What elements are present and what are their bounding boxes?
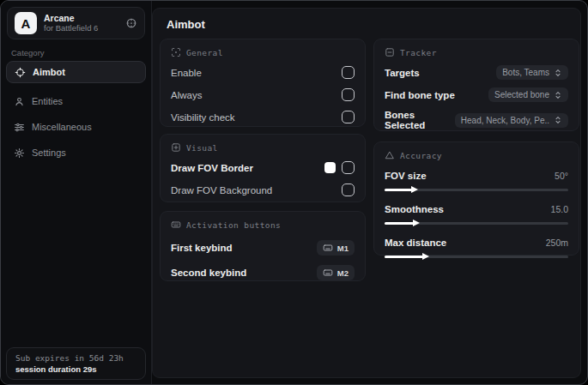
- tracker-card-header: Tracker: [385, 47, 568, 57]
- setting-label: Smoothness: [385, 204, 444, 214]
- setting-label: Second keybind: [171, 268, 246, 278]
- setting-label: Visibility check: [171, 112, 235, 123]
- visual-card-title: Visual: [186, 143, 218, 153]
- target-icon[interactable]: [125, 17, 137, 29]
- setting-row-bones-selected: Bones Selected Head, Neck, Body, Pe..: [385, 110, 568, 130]
- setting-row-targets: Targets Bots, Teams: [385, 65, 568, 80]
- max-distance-value: 250m: [546, 238, 568, 248]
- setting-row-enable: Enable: [171, 65, 355, 80]
- setting-label: Bones Selected: [385, 110, 455, 130]
- slider-thumb[interactable]: [413, 220, 420, 226]
- sidebar-item-label: Entities: [32, 96, 63, 106]
- setting-row-smoothness: Smoothness 15.0: [385, 202, 568, 216]
- setting-row-max-distance: Max distance 250m: [385, 235, 568, 250]
- logo-card: A Arcane for Battlefield 6: [7, 7, 145, 39]
- app-logo-letter: A: [21, 16, 31, 31]
- setting-label: Always: [171, 90, 202, 100]
- sidebar-item-entities[interactable]: Entities: [6, 90, 146, 112]
- category-label: Category: [11, 48, 45, 57]
- dropdown-value: Bots, Teams: [502, 68, 549, 77]
- sidebar-item-label: Miscellaneous: [32, 122, 92, 132]
- bones-selected-dropdown[interactable]: Head, Neck, Body, Pe..: [455, 113, 568, 128]
- triangle-icon: [385, 150, 395, 160]
- visibility-check-checkbox[interactable]: [342, 111, 355, 123]
- setting-row-visibility-check: Visibility check: [171, 110, 355, 124]
- keybind-value: M1: [337, 244, 349, 253]
- setting-label: Enable: [171, 68, 202, 78]
- square-minus-icon: [385, 47, 395, 57]
- setting-row-draw-fov-background: Draw FOV Background: [171, 183, 355, 197]
- fov-border-color-swatch[interactable]: [324, 162, 336, 173]
- activation-card-header: Activation buttons: [171, 220, 355, 230]
- crosshair-icon: [15, 67, 26, 78]
- keyboard-icon: [323, 243, 333, 253]
- sidebar-item-label: Settings: [32, 147, 66, 158]
- page-title: Aimbot: [167, 18, 205, 31]
- first-keybind-button[interactable]: M1: [317, 240, 355, 256]
- accuracy-card: Accuracy FOV size 50° Smoothness 15.0: [373, 141, 579, 256]
- app-identity: Arcane for Battlefield 6: [44, 13, 118, 33]
- always-checkbox[interactable]: [342, 88, 355, 101]
- sidebar-nav: Aimbot Entities Miscellaneous Settings: [6, 61, 146, 167]
- sidebar-item-settings[interactable]: Settings: [6, 141, 146, 164]
- tracker-card-title: Tracker: [400, 48, 437, 57]
- app-window: A Arcane for Battlefield 6 Category Aimb…: [0, 0, 588, 385]
- general-card: General Enable Always Visibility check: [160, 39, 366, 127]
- smoothness-slider[interactable]: [385, 219, 568, 227]
- unfold-icon: [554, 116, 562, 124]
- slider-fill: [385, 189, 412, 191]
- session-duration-text: session duration 29s: [15, 364, 136, 375]
- find-bone-type-dropdown[interactable]: Selected bone: [488, 87, 568, 102]
- keyboard-icon: [171, 220, 181, 230]
- slider-thumb[interactable]: [411, 186, 418, 193]
- keybind-value: M2: [337, 268, 349, 278]
- unfold-icon: [554, 69, 562, 77]
- person-icon: [14, 96, 25, 107]
- app-logo: A: [15, 12, 37, 34]
- dropdown-value: Head, Neck, Body, Pe..: [461, 116, 549, 125]
- slider-thumb[interactable]: [422, 253, 429, 260]
- setting-label: Targets: [385, 68, 420, 78]
- visual-card: Visual Draw FOV Border Draw FOV Backgrou…: [160, 134, 366, 202]
- gear-icon: [14, 147, 25, 159]
- setting-row-fov-size: FOV size 50°: [385, 168, 568, 183]
- setting-label: Draw FOV Background: [171, 185, 272, 196]
- setting-label: First keybind: [171, 243, 233, 253]
- sidebar-item-miscellaneous[interactable]: Miscellaneous: [6, 116, 146, 138]
- general-card-header: General: [171, 47, 355, 57]
- fov-size-slider[interactable]: [385, 185, 568, 194]
- accuracy-card-header: Accuracy: [385, 150, 568, 160]
- setting-label: Draw FOV Border: [171, 163, 253, 173]
- sidebar-item-aimbot[interactable]: Aimbot: [6, 61, 146, 83]
- visual-card-header: Visual: [171, 142, 355, 153]
- slider-fill: [385, 256, 423, 258]
- frame-plus-icon: [171, 142, 181, 153]
- draw-fov-border-checkbox[interactable]: [342, 161, 355, 174]
- main-panel: Aimbot General Enable Always Visibility …: [152, 8, 581, 378]
- sub-expiry-text: Sub expires in 56d 23h: [15, 352, 136, 364]
- setting-row-draw-fov-border: Draw FOV Border: [171, 160, 355, 175]
- setting-label: Find bone type: [385, 90, 455, 100]
- app-subtitle: for Battlefield 6: [44, 23, 118, 33]
- sliders-icon: [14, 122, 25, 133]
- app-title: Arcane: [44, 13, 118, 23]
- second-keybind-button[interactable]: M2: [317, 265, 355, 280]
- activation-card: Activation buttons First keybind M1 Seco…: [160, 211, 366, 281]
- accuracy-card-title: Accuracy: [400, 151, 442, 160]
- max-distance-slider[interactable]: [385, 252, 568, 261]
- setting-row-always: Always: [171, 87, 355, 102]
- general-card-title: General: [186, 48, 223, 57]
- tracker-card: Tracker Targets Bots, Teams Find bone ty…: [373, 39, 579, 131]
- subscription-card: Sub expires in 56d 23h session duration …: [6, 347, 146, 380]
- smoothness-value: 15.0: [551, 204, 568, 214]
- targets-dropdown[interactable]: Bots, Teams: [496, 65, 568, 80]
- scan-icon: [171, 47, 181, 57]
- fov-size-value: 50°: [555, 171, 568, 181]
- draw-fov-background-checkbox[interactable]: [342, 183, 355, 196]
- setting-row-find-bone-type: Find bone type Selected bone: [385, 87, 568, 102]
- unfold-icon: [554, 91, 562, 99]
- sidebar-item-label: Aimbot: [33, 67, 65, 77]
- sidebar: A Arcane for Battlefield 6 Category Aimb…: [1, 1, 152, 384]
- enable-checkbox[interactable]: [342, 66, 355, 79]
- keyboard-icon: [323, 268, 333, 278]
